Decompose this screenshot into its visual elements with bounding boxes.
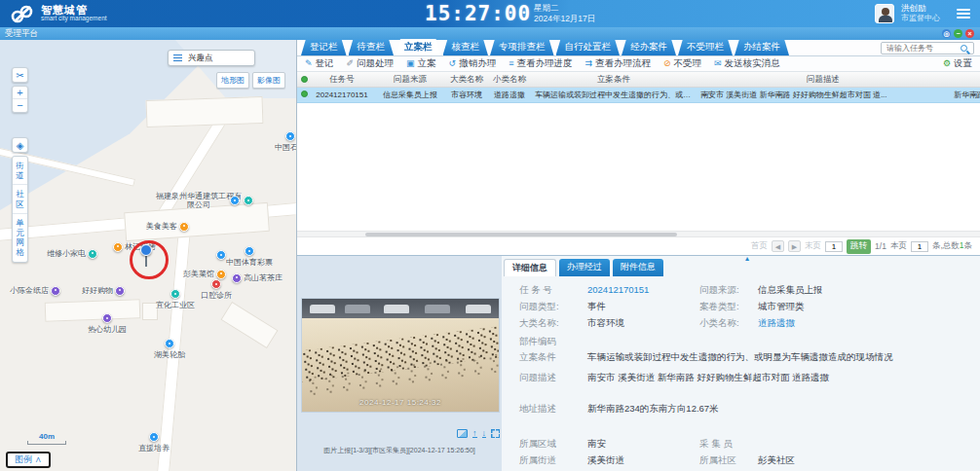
detail-field-value[interactable]: 道路遗撒 — [758, 317, 795, 330]
layers-button[interactable]: ◈ — [12, 137, 28, 153]
app-subtitle: smart city management — [41, 16, 107, 22]
last-page-button[interactable]: 末页 — [805, 240, 821, 252]
detail-tab-详细信息[interactable]: 详细信息 — [504, 259, 556, 276]
detail-field-label: 任 务 号 — [519, 284, 552, 297]
查看办理流程-button[interactable]: ⇉查看办理流程 — [584, 57, 651, 70]
map-poi-中国体育彩票[interactable]: 中国体育彩票 — [226, 246, 273, 268]
first-page-button[interactable]: 首页 — [751, 240, 768, 252]
问题处理-button[interactable]: ✐问题处理 — [347, 57, 395, 70]
case-photo[interactable]: 2024-12-17 15:24:32 — [302, 299, 499, 412]
tab-办结案件[interactable]: 办结案件 — [735, 39, 789, 55]
measure-tool-button[interactable]: ✂ — [12, 67, 28, 83]
table-empty-area — [297, 103, 980, 231]
detail-tabs: 详细信息办理经过附件信息 — [504, 259, 663, 276]
legend-label: 图例 — [15, 454, 32, 464]
window-close-icon[interactable]: × — [965, 29, 974, 38]
tab-待查栏[interactable]: 待查栏 — [349, 39, 395, 55]
layer-tab-街道[interactable]: 街 道 — [13, 157, 27, 185]
tab-专项排查栏[interactable]: 专项排查栏 — [490, 39, 554, 55]
detail-field-label: 问题描述 — [519, 372, 556, 384]
image-icon[interactable] — [457, 429, 468, 438]
layer-tab-单元网格[interactable]: 单 元 网 格 — [13, 214, 27, 262]
window-minimize-icon[interactable]: − — [954, 29, 962, 38]
map-poi-彭美菜馆[interactable]: 彭美菜馆 — [183, 269, 226, 279]
collapse-arrow-icon[interactable]: ▴ — [745, 254, 749, 263]
map-panel[interactable]: 中国石…福建泉州华通建筑工程有限公司美食美客维修小家电林记烧烤中国体育彩票彭美菜… — [0, 40, 297, 471]
map-poi-宜化工业区[interactable]: 宜化工业区 — [156, 289, 195, 310]
poi-icon — [244, 196, 253, 205]
case-tabs: 登记栏待查栏立案栏核查栏专项排查栏自行处置栏经办案件不受理栏办结案件 — [297, 40, 980, 56]
map-poi-好好购物[interactable]: 好好购物 — [82, 285, 125, 296]
map-poi-高山茗茶庄[interactable]: 高山茗茶庄 — [232, 272, 283, 283]
toolbar-label: 撤销办理 — [459, 57, 496, 70]
map-poi-口腔诊所[interactable]: 口腔诊所 — [201, 279, 232, 301]
detail-field-value: 彭美社区 — [758, 454, 795, 467]
task-search-input[interactable] — [885, 43, 961, 54]
per-page-label: 本页 — [890, 240, 907, 252]
jump-button[interactable]: 跳转 — [847, 239, 871, 254]
fullscreen-icon[interactable] — [491, 429, 500, 438]
tab-自行处置栏[interactable]: 自行处置栏 — [556, 39, 621, 55]
window-info-icon[interactable]: ◎ — [942, 29, 951, 38]
detail-field-value: 新华南路234的东南方向12.67米 — [587, 403, 719, 416]
task-search-box[interactable] — [881, 42, 974, 54]
case-table: 任务号问题来源大类名称小类名称立案条件问题描述 202412170151信息采集… — [297, 72, 980, 103]
settings-button[interactable]: ⚙ 设置 — [943, 57, 972, 70]
imagery-map-button[interactable]: 影像图 — [252, 72, 285, 89]
poi-icon — [113, 242, 123, 252]
legend-button[interactable]: 图例 ∧ — [6, 452, 51, 468]
page-number-input[interactable] — [825, 241, 843, 252]
发送核实消息-button[interactable]: ✉发送核实消息 — [714, 57, 780, 70]
map-poi-中国石…[interactable]: 中国石… — [275, 131, 297, 153]
table-row[interactable]: 202412170151信息采集员上报市容环境道路遗撒车辆运输或装卸过程中发生遗… — [297, 88, 980, 103]
transit-icon[interactable] — [230, 196, 240, 206]
map-search-menu-icon[interactable] — [173, 54, 182, 56]
map-poi-美食美客[interactable]: 美食美客 — [146, 221, 189, 232]
不受理-button[interactable]: ⊘不受理 — [663, 57, 701, 70]
user-block[interactable]: 洪创励 市监督中心 — [875, 0, 972, 27]
toolbar-label: 查看办理流程 — [595, 57, 651, 70]
detail-tab-办理经过[interactable]: 办理经过 — [559, 259, 610, 276]
zoom-in-button[interactable]: + — [13, 87, 27, 99]
horizontal-scrollbar[interactable] — [297, 231, 980, 237]
menu-icon[interactable] — [957, 9, 970, 11]
map-poi-热心幼儿园[interactable]: 热心幼儿园 — [88, 313, 127, 335]
prev-page-button[interactable]: ◀ — [772, 240, 784, 252]
撤销办理-button[interactable]: ↺撤销办理 — [449, 57, 497, 70]
map-search-input[interactable] — [186, 53, 243, 64]
avatar[interactable] — [875, 4, 894, 23]
download-icon[interactable]: ↓ — [482, 429, 487, 438]
tab-登记栏[interactable]: 登记栏 — [301, 39, 347, 55]
file-case-icon: ▣ — [406, 59, 415, 68]
map-poi-维修小家电[interactable]: 维修小家电 — [47, 248, 97, 259]
tab-立案栏[interactable]: 立案栏 — [396, 39, 441, 55]
platform-tab[interactable]: 受理平台 — [5, 28, 38, 40]
register-icon: ✎ — [305, 59, 313, 68]
map-search-box[interactable] — [168, 50, 255, 66]
scrollbar-thumb[interactable] — [365, 233, 677, 236]
tab-核查栏[interactable]: 核查栏 — [443, 39, 489, 55]
per-page-input[interactable] — [911, 241, 928, 252]
map-pin-icon[interactable] — [140, 244, 152, 256]
map-poi-直援培养[interactable]: 直援培养 — [138, 432, 170, 453]
revoke-icon: ↺ — [449, 59, 457, 68]
tab-经办案件[interactable]: 经办案件 — [622, 39, 676, 55]
tab-不受理栏[interactable]: 不受理栏 — [678, 39, 733, 55]
zoom-out-button[interactable]: − — [13, 99, 27, 112]
next-page-button[interactable]: ▶ — [788, 240, 801, 252]
search-icon[interactable] — [961, 45, 967, 52]
layer-tab-社区[interactable]: 社 区 — [13, 185, 27, 213]
upload-icon[interactable]: ↑ — [472, 429, 477, 438]
terrain-map-button[interactable]: 地形图 — [216, 72, 249, 89]
view-flow-icon: ⇉ — [584, 59, 592, 68]
查看办理进度-button[interactable]: ≡查看办理进度 — [509, 57, 572, 70]
登记-button[interactable]: ✎登记 — [305, 57, 334, 70]
toolbar-label: 不受理 — [674, 57, 702, 70]
detail-tab-附件信息[interactable]: 附件信息 — [613, 259, 663, 276]
detail-field-value[interactable]: 202412170151 — [587, 284, 649, 295]
map-poi-小陈金纸店[interactable]: 小陈金纸店 — [10, 285, 60, 296]
立案-button[interactable]: ▣立案 — [406, 57, 436, 70]
map-poi-湖美轮胎[interactable]: 湖美轮胎 — [154, 339, 185, 360]
reject-icon: ⊘ — [663, 59, 671, 68]
transit-icon[interactable] — [216, 250, 226, 261]
